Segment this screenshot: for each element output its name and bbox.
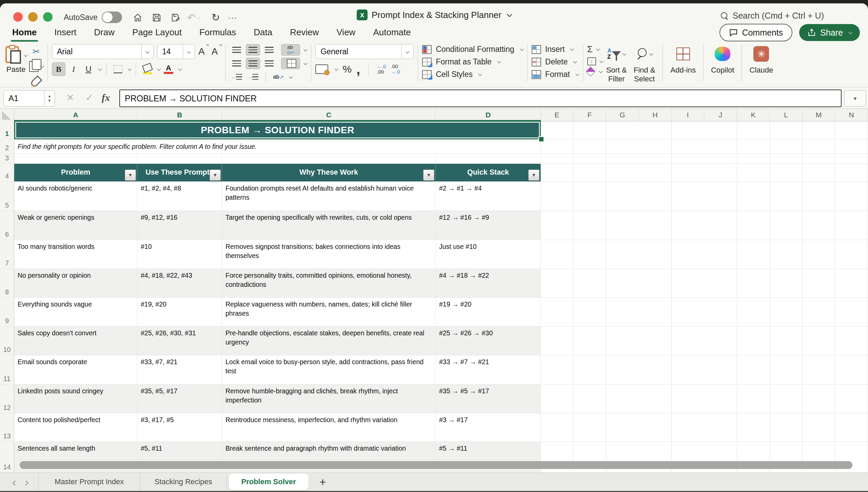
accounting-format-icon[interactable] [315,64,328,74]
cell[interactable]: Lock email voice to busy-person style, a… [222,355,436,384]
empty-cells[interactable] [541,211,868,240]
minimize-window-button[interactable] [28,12,38,22]
row-header-8[interactable]: 8 [0,269,14,297]
redo-icon[interactable]: ↻ [210,12,222,24]
empty-cells[interactable] [541,154,868,163]
cell[interactable]: #1, #2, #4, #8 [137,182,222,211]
cell[interactable]: #3 → #17 [436,413,541,441]
align-bottom-button[interactable] [262,44,276,56]
cell[interactable]: #2 → #1 → #4 [436,182,541,211]
cell[interactable]: #33, #7, #21 [137,355,222,384]
next-sheet-icon[interactable]: › [25,476,28,488]
cell[interactable]: Just use #10 [436,240,541,269]
empty-cells[interactable] [541,385,868,413]
column-header-b[interactable]: B [137,109,222,121]
conditional-formatting-button[interactable]: Conditional Formatting [422,45,523,54]
empty-cells[interactable] [541,182,868,211]
cell[interactable]: Too many transition words [14,240,137,269]
cell[interactable]: #4, #18, #22, #43 [137,269,222,297]
cell[interactable] [222,154,436,163]
align-top-button[interactable] [230,44,244,56]
paste-button[interactable]: Paste [6,65,25,74]
row-header-10[interactable]: 10 [0,327,14,355]
undo-icon[interactable]: ↶ [187,12,199,24]
clear-button[interactable] [587,68,603,75]
row-header-11[interactable]: 11 [0,355,14,384]
select-all-corner[interactable] [0,109,14,121]
cell[interactable]: Weak or generic openings [14,211,137,240]
italic-button[interactable]: I [67,62,80,76]
cell[interactable]: No personality or opinion [14,269,137,297]
cell[interactable]: #19, #20 [137,298,222,326]
align-middle-button[interactable] [246,44,260,56]
cell[interactable]: Force personality traits, committed opin… [222,269,436,297]
column-header-j[interactable]: J [704,109,737,121]
cell[interactable] [14,154,137,163]
borders-button[interactable] [111,62,125,76]
cell[interactable]: Remove humble-bragging and clichés, brea… [222,385,436,413]
save-as-icon[interactable] [170,12,182,24]
sort-filter-button[interactable]: AZ Sort &Filter [606,44,627,83]
cell[interactable]: Target the opening specifically with rew… [222,211,436,240]
save-icon[interactable] [151,12,163,24]
align-center-button[interactable] [246,58,260,69]
zoom-window-button[interactable] [43,12,53,22]
insert-function-icon[interactable]: fx [102,92,110,103]
cell[interactable]: #19 → #20 [436,298,541,326]
column-header-m[interactable]: M [803,109,835,121]
tab-review[interactable]: Review [290,27,319,41]
add-sheet-button[interactable]: + [319,475,326,489]
sheet-tab-problem-solver[interactable]: Problem Solver [229,474,309,490]
wrap-text-button[interactable]: abc↩ [281,44,300,56]
empty-cells[interactable] [541,298,868,326]
column-header-d[interactable]: D [436,109,541,121]
tab-home[interactable]: Home [12,27,37,41]
empty-cells[interactable] [541,269,868,297]
table-header-prompts[interactable]: Use These Prompts ▼ [137,164,222,181]
fill-color-button[interactable] [141,62,154,76]
row-header-6[interactable]: 6 [0,211,14,240]
confirm-entry-icon[interactable]: ✓ [85,92,93,103]
cell[interactable]: Removes signpost transitions; bakes conn… [222,240,436,269]
bold-button[interactable]: B [52,62,65,76]
copilot-button[interactable]: Copilot [711,44,734,75]
find-select-button[interactable]: Find &Select [634,44,655,83]
align-left-button[interactable] [230,58,244,69]
search-field[interactable]: Search (Cmd + Ctrl + U) [721,11,824,21]
font-color-button[interactable]: A [162,62,175,76]
cell[interactable]: #25 → #26 → #30 [436,327,541,355]
cell[interactable]: Pre-handle objections, escalate stakes, … [222,327,436,355]
home-icon[interactable] [132,12,144,24]
column-header-e[interactable]: E [541,109,573,121]
close-window-button[interactable] [13,12,23,22]
merge-center-button[interactable]: ↔ [281,58,300,69]
cell[interactable]: #3, #17, #5 [137,413,222,441]
delete-cells-button[interactable]: Delete [532,57,579,66]
row-header-13[interactable]: 13 [0,413,14,441]
name-box-stepper[interactable]: ▲▼ [44,91,55,106]
format-painter-icon[interactable] [29,75,43,88]
row-header-7[interactable]: 7 [0,240,14,269]
empty-cells[interactable] [541,327,868,355]
table-header-why[interactable]: Why These Work ▼ [222,164,436,181]
tab-insert[interactable]: Insert [54,27,76,41]
increase-decimal-icon[interactable]: ←.0.00 [377,64,386,75]
table-header-stack[interactable]: Quick Stack ▼ [436,164,541,181]
filter-button[interactable]: ▼ [210,170,221,181]
column-header-n[interactable]: N [835,109,868,121]
more-commands-icon[interactable]: ··· [226,12,239,24]
claude-button[interactable]: ✳ Claude [749,44,773,75]
fill-button[interactable]: ↓ [587,57,603,65]
cell[interactable]: LinkedIn posts sound cringey [14,385,137,413]
row-header-5[interactable]: 5 [0,182,14,211]
filter-button[interactable]: ▼ [528,170,539,181]
formula-bar-expand-button[interactable]: ▼ [844,90,866,106]
row-header-1[interactable]: 1 [0,121,14,139]
cell[interactable]: #35, #5, #17 [137,385,222,413]
percent-style-icon[interactable]: % [342,63,352,75]
tab-view[interactable]: View [337,27,356,41]
decrease-font-icon[interactable]: Aˇ [212,46,221,57]
underline-button[interactable]: U [82,62,95,76]
column-header-g[interactable]: G [606,109,639,121]
format-cells-button[interactable]: Format [532,70,579,79]
